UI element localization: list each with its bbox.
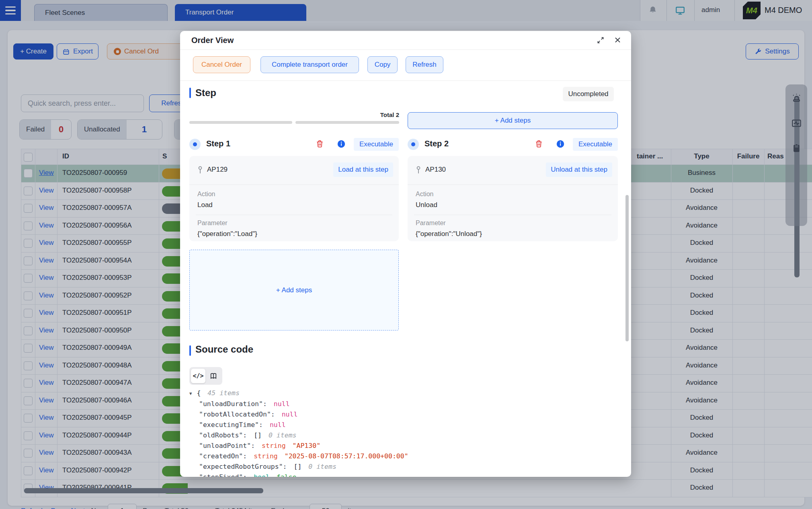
unload-at-step-link[interactable]: Unload at this step [546,162,612,177]
step-progress-segment [189,121,292,124]
delete-step-icon[interactable] [535,140,543,150]
parameter-value: {"operation":"Unload"} [416,230,618,238]
steps-total-label: Total 2 [349,111,399,118]
json-value: null [274,400,290,408]
close-icon[interactable] [614,36,621,45]
json-value: "2025-08-07T08:57:17.000+00:00" [285,452,408,460]
expand-icon[interactable] [597,36,605,46]
json-line: "robotAllocatedOn": null [189,409,616,420]
code-view-button[interactable]: </> [191,369,205,383]
json-type-keyword: bool [254,473,270,477]
parameter-value: {"operation":"Load"} [197,230,399,238]
json-type-keyword: string [254,452,278,460]
step-section-title: Step [195,87,216,99]
step-progress-segment [295,121,399,124]
step-2-header: Step 2 Executable [408,138,618,151]
json-line: "unloadDuration": null [189,399,616,409]
json-line: "createdOn": string "2025-08-07T08:57:17… [189,451,616,462]
add-steps-button[interactable]: + Add steps [408,112,618,129]
parameter-label: Parameter [416,220,618,227]
json-line: "executingTime": null [189,420,616,430]
json-value: null [270,421,286,429]
json-items-note: 45 items [207,389,239,397]
step-info-icon[interactable] [556,140,565,150]
json-value: false [277,473,297,477]
json-type-keyword: string [262,442,286,449]
book-icon [209,372,217,380]
modal-copy-button[interactable]: Copy [367,56,398,73]
step-point: AP130 [425,166,446,174]
json-key: "createdOn": [199,452,247,460]
json-items-note: 0 items [269,431,297,439]
step-info-icon[interactable] [337,140,346,150]
modal-scrollbar-thumb[interactable] [625,195,629,341]
step-point: AP129 [207,166,228,174]
json-value: null [282,410,298,418]
modal-complete-order-button[interactable]: Complete transport order [260,56,359,73]
json-key: "unloadDuration": [199,400,267,408]
json-tree: ▾ { 45 items "unloadDuration": null "rob… [189,388,616,477]
step-1-header: Step 1 Executable [189,138,399,151]
order-view-modal: Order View Cancel Order Complete transpo… [180,31,631,477]
json-items-note: 0 items [308,463,336,470]
map-pin-icon [415,165,422,177]
action-label: Action [416,191,618,198]
json-key: "robotAllocatedOn": [199,410,275,418]
modal-cancel-order-button[interactable]: Cancel Order [193,56,250,73]
json-line: "oldRobots": [] 0 items [189,430,616,441]
load-at-step-link[interactable]: Load at this step [333,162,393,177]
json-key: "expectedRobotGroups": [199,463,287,470]
json-line: "expectedRobotGroups": [] 0 items [189,462,616,472]
json-key: "executingTime": [199,421,263,429]
json-line: ▾ { 45 items [189,388,616,399]
modal-refresh-button[interactable]: Refresh [406,56,443,73]
json-key: "stepFixed": [199,473,247,477]
step-dot [189,139,201,150]
json-bracket: [] [293,463,301,470]
modal-title: Order View [191,36,234,45]
json-line: "unloadPoint": string "AP130" [189,441,616,451]
json-value: "AP130" [293,442,321,449]
step-1-card: AP129 Load at this step Action Load Para… [189,156,399,241]
json-collapse-caret[interactable]: ▾ [189,390,192,396]
action-value: Unload [416,201,618,209]
json-key: "oldRobots": [199,431,247,439]
action-value: Load [197,201,399,209]
action-label: Action [197,191,399,198]
map-pin-icon [197,165,204,177]
order-status-badge: Uncompleted [563,87,614,101]
source-view-toggle: </> [189,367,222,385]
json-line: "stepFixed": bool false [189,472,616,477]
step-2-card: AP130 Unload at this step Action Unload … [408,156,618,241]
json-bracket: { [197,389,201,397]
json-bracket: [] [254,431,262,439]
parameter-label: Parameter [197,220,399,227]
step-dot [408,139,419,150]
json-key: "unloadPoint": [199,442,255,449]
step-executable-badge: Executable [573,138,618,151]
step-executable-badge: Executable [354,138,399,151]
app-root: Fleet Scenes Transport Order admin M4 M4… [0,0,812,509]
book-view-button[interactable] [206,369,221,383]
add-steps-dropzone[interactable]: + Add steps [189,250,399,330]
delete-step-icon[interactable] [316,140,324,150]
source-code-title: Source code [195,344,253,355]
